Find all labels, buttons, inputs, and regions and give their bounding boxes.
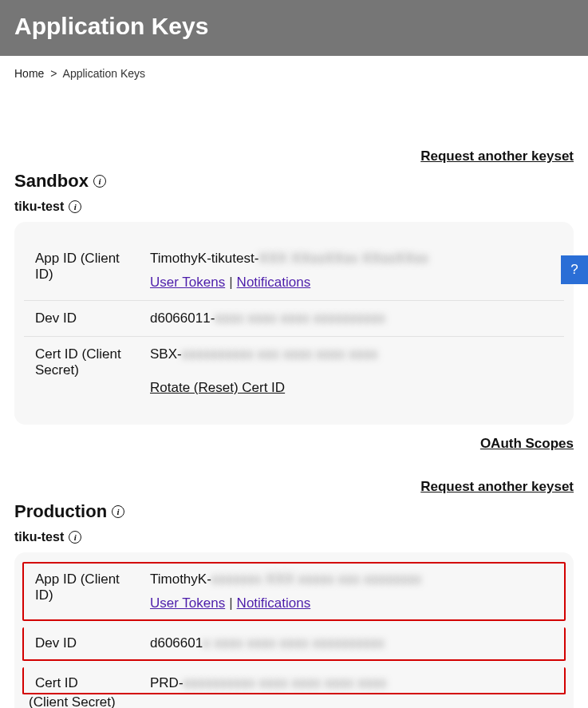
help-button[interactable]: ? <box>561 255 588 284</box>
production-app-name: tiku-test <box>14 530 64 544</box>
highlighted-cert-id-row: Cert ID PRD-xxxxxxxxxx xxxx xxxx xxxx xx… <box>22 667 566 694</box>
app-id-masked: XXX XXxxXXxx XXxxXXxx <box>258 251 428 266</box>
cert-id-label: Cert ID (Client Secret) <box>35 346 136 396</box>
request-keyset-link-sandbox[interactable]: Request another keyset <box>420 148 574 164</box>
app-id-masked: xxxxxxx XXX xxxxx xxx xxxxxxxx <box>211 572 421 587</box>
breadcrumb: Home > Application Keys <box>0 56 588 91</box>
page-header: Application Keys <box>0 0 588 56</box>
app-id-prefix: TimothyK- <box>150 572 211 587</box>
app-id-value: TimothyK-tikutest-XXX XXxxXXxx XXxxXXxx … <box>150 251 553 291</box>
dev-id-value: d6066011-xxxx xxxx xxxx xxxxxxxxxx <box>150 310 553 326</box>
dev-id-masked: xxxx xxxx xxxx xxxxxxxxxx <box>215 310 385 326</box>
dev-id-label: Dev ID <box>35 635 136 651</box>
sandbox-panel: App ID (Client ID) TimothyK-tikutest-XXX… <box>14 222 574 425</box>
cert-id-value: SBX-xxxxxxxxxx xxx xxxx xxxx xxxx Rotate… <box>150 346 553 396</box>
dev-id-value: d606601x xxxx xxxx xxxx xxxxxxxxxx <box>150 635 553 651</box>
sandbox-app-name: tiku-test <box>14 200 64 214</box>
user-tokens-link[interactable]: User Tokens <box>150 595 225 611</box>
cert-id-value: PRD-xxxxxxxxxx xxxx xxxx xxxx xxxx <box>150 675 553 691</box>
dev-id-prefix: d6066011- <box>150 310 215 326</box>
user-tokens-link[interactable]: User Tokens <box>150 275 225 290</box>
app-id-prefix: TimothyK-tikutest- <box>150 251 258 266</box>
production-panel: App ID (Client ID) TimothyK-xxxxxxx XXX … <box>14 552 574 708</box>
info-icon[interactable]: i <box>69 200 81 213</box>
notifications-link[interactable]: Notifications <box>237 275 311 290</box>
page-title: Application Keys <box>14 13 574 40</box>
app-id-label: App ID (Client ID) <box>35 251 136 291</box>
breadcrumb-home[interactable]: Home <box>14 67 44 80</box>
rotate-cert-link[interactable]: Rotate (Reset) Cert ID <box>150 380 285 395</box>
highlighted-app-id-row: App ID (Client ID) TimothyK-xxxxxxx XXX … <box>22 562 566 621</box>
cert-id-prefix: SBX- <box>150 346 182 362</box>
sandbox-title: Sandbox <box>14 171 89 192</box>
info-icon[interactable]: i <box>93 175 106 188</box>
link-separator: | <box>229 275 232 291</box>
info-icon[interactable]: i <box>112 505 124 518</box>
production-title: Production <box>14 501 107 522</box>
oauth-scopes-link[interactable]: OAuth Scopes <box>480 436 574 452</box>
cert-id-masked: xxxxxxxxxx xxx xxxx xxxx xxxx <box>182 346 378 362</box>
client-secret-label-cont: (Client Secret) <box>29 694 129 708</box>
dev-id-label: Dev ID <box>35 310 136 326</box>
breadcrumb-separator: > <box>50 67 57 80</box>
breadcrumb-current: Application Keys <box>63 67 146 80</box>
app-id-label: App ID (Client ID) <box>35 572 136 611</box>
request-keyset-link-production[interactable]: Request another keyset <box>420 479 574 495</box>
info-icon[interactable]: i <box>69 531 81 544</box>
cert-id-masked: xxxxxxxxxx xxxx xxxx xxxx xxxx <box>184 675 387 690</box>
cert-id-prefix: PRD- <box>150 675 184 690</box>
help-icon: ? <box>570 262 578 278</box>
dev-id-prefix: d606601 <box>150 635 203 651</box>
notifications-link[interactable]: Notifications <box>237 595 311 611</box>
cert-id-label-short: Cert ID <box>35 675 136 691</box>
highlighted-dev-id-row: Dev ID d606601x xxxx xxxx xxxx xxxxxxxxx… <box>22 627 566 661</box>
link-separator: | <box>229 595 232 611</box>
app-id-value: TimothyK-xxxxxxx XXX xxxxx xxx xxxxxxxx … <box>150 572 553 611</box>
dev-id-masked: x xxxx xxxx xxxx xxxxxxxxxx <box>203 635 385 651</box>
